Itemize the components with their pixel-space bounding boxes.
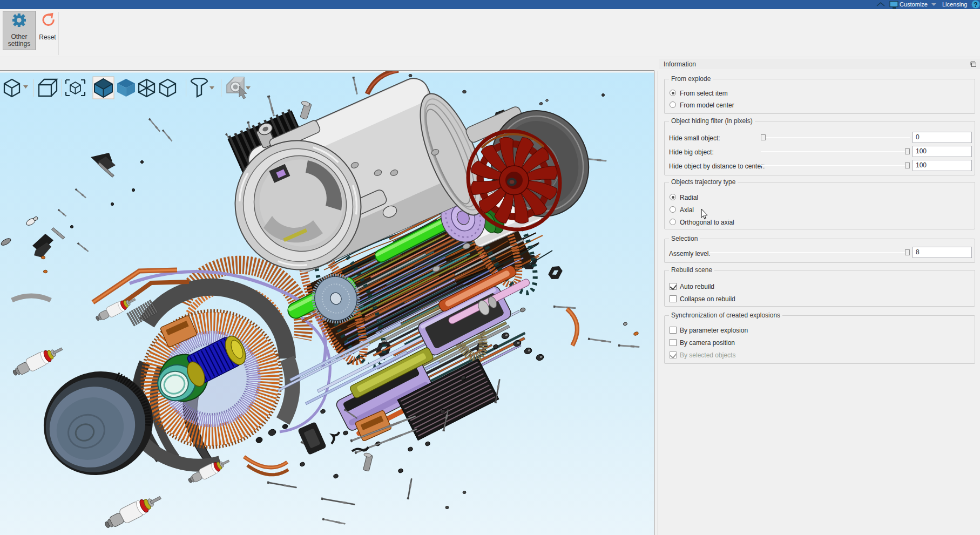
svg-text:?: ? — [974, 1, 977, 9]
